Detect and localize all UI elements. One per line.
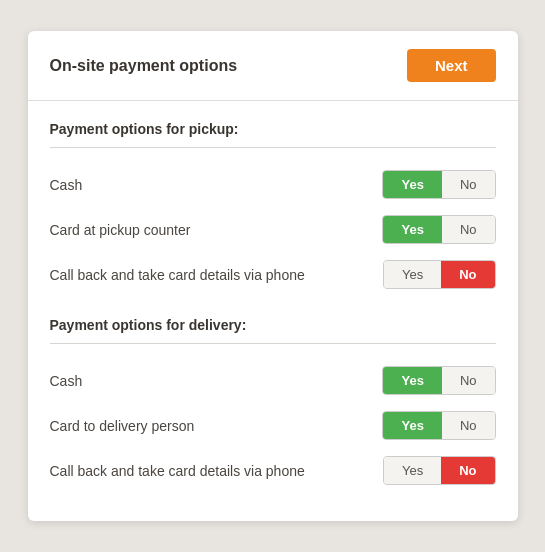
option-label: Call back and take card details via phon… xyxy=(50,463,305,479)
toggle-group: YesNo xyxy=(383,260,496,289)
page-title: On-site payment options xyxy=(50,57,238,75)
option-label: Call back and take card details via phon… xyxy=(50,267,305,283)
toggle-group: YesNo xyxy=(382,411,495,440)
card-header: On-site payment options Next xyxy=(28,31,518,101)
option-row: CashYesNo xyxy=(50,358,496,403)
toggle-group: YesNo xyxy=(382,366,495,395)
section-title-pickup: Payment options for pickup: xyxy=(50,121,496,137)
yes-button[interactable]: Yes xyxy=(384,261,441,288)
option-label: Cash xyxy=(50,373,83,389)
yes-button[interactable]: Yes xyxy=(383,367,441,394)
yes-button[interactable]: Yes xyxy=(383,412,441,439)
option-row: CashYesNo xyxy=(50,162,496,207)
divider-delivery xyxy=(50,343,496,344)
option-row: Call back and take card details via phon… xyxy=(50,448,496,493)
no-button[interactable]: No xyxy=(441,457,494,484)
yes-button[interactable]: Yes xyxy=(384,457,441,484)
no-button[interactable]: No xyxy=(442,367,495,394)
yes-button[interactable]: Yes xyxy=(383,216,441,243)
toggle-group: YesNo xyxy=(382,170,495,199)
no-button[interactable]: No xyxy=(441,261,494,288)
card-body: Payment options for pickup:CashYesNoCard… xyxy=(28,101,518,521)
next-button[interactable]: Next xyxy=(407,49,496,82)
divider-pickup xyxy=(50,147,496,148)
option-row: Card to delivery personYesNo xyxy=(50,403,496,448)
option-row: Card at pickup counterYesNo xyxy=(50,207,496,252)
section-delivery: Payment options for delivery:CashYesNoCa… xyxy=(50,317,496,493)
option-label: Card at pickup counter xyxy=(50,222,191,238)
no-button[interactable]: No xyxy=(442,216,495,243)
option-label: Cash xyxy=(50,177,83,193)
toggle-group: YesNo xyxy=(383,456,496,485)
no-button[interactable]: No xyxy=(442,171,495,198)
option-row: Call back and take card details via phon… xyxy=(50,252,496,297)
yes-button[interactable]: Yes xyxy=(383,171,441,198)
no-button[interactable]: No xyxy=(442,412,495,439)
section-pickup: Payment options for pickup:CashYesNoCard… xyxy=(50,121,496,297)
section-title-delivery: Payment options for delivery: xyxy=(50,317,496,333)
option-label: Card to delivery person xyxy=(50,418,195,434)
toggle-group: YesNo xyxy=(382,215,495,244)
payment-options-card: On-site payment options Next Payment opt… xyxy=(28,31,518,521)
